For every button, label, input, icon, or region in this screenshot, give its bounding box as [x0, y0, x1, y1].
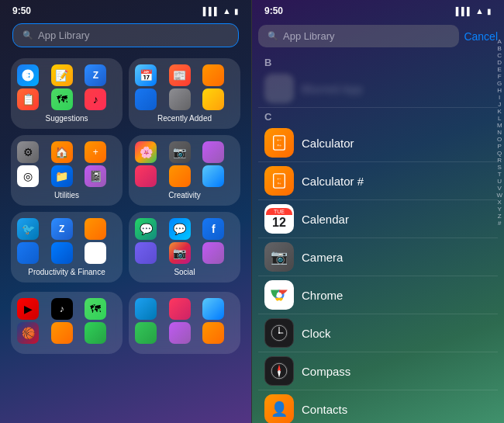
- alpha-s[interactable]: S: [496, 165, 502, 171]
- app-clips[interactable]: 📋: [17, 88, 39, 110]
- alpha-z[interactable]: Z: [496, 213, 502, 220]
- app-maps[interactable]: 🗺: [51, 88, 73, 110]
- app-instagram-s[interactable]: 📷: [169, 242, 191, 264]
- alpha-w[interactable]: W: [496, 192, 502, 199]
- list-item-chrome[interactable]: Chrome: [258, 276, 498, 314]
- app-facebook-s[interactable]: f: [202, 218, 224, 240]
- alpha-u[interactable]: U: [496, 179, 502, 185]
- alpha-v[interactable]: V: [496, 185, 502, 192]
- alpha-p[interactable]: P: [496, 144, 502, 150]
- alpha-y[interactable]: Y: [496, 206, 502, 213]
- alpha-j[interactable]: J: [496, 102, 502, 108]
- app-c3[interactable]: [202, 141, 224, 163]
- app-appstore[interactable]: [17, 64, 39, 86]
- time-right: 9:50: [264, 5, 283, 16]
- folder-social[interactable]: 💬 💬 f 📷 Social: [129, 212, 240, 283]
- list-item-contacts[interactable]: 👤 Contacts: [258, 390, 498, 423]
- svg-text:+−: +−: [277, 137, 281, 142]
- folder-bottom-right[interactable]: [129, 292, 240, 354]
- alpha-f[interactable]: F: [496, 74, 502, 80]
- alpha-k[interactable]: K: [496, 109, 502, 115]
- folder-creativity[interactable]: 🌸 📷 Creativity: [129, 135, 240, 206]
- app-home[interactable]: 🏠: [51, 141, 73, 163]
- app-p6[interactable]: [85, 242, 106, 264]
- list-item-camera[interactable]: 📷 Camera: [258, 238, 498, 276]
- app-twitter-p[interactable]: 🐦: [17, 218, 39, 240]
- app-maps-b[interactable]: 🗺: [85, 298, 106, 320]
- alphabet-index[interactable]: A B C D E F G H I J K L M N O P Q R S T …: [496, 39, 502, 227]
- app-p4[interactable]: [17, 242, 39, 264]
- app-c5[interactable]: [169, 165, 191, 187]
- app-br4[interactable]: [135, 322, 157, 344]
- app-b6[interactable]: [85, 322, 106, 344]
- app-p3[interactable]: [85, 218, 106, 240]
- app-calculator-u[interactable]: +: [85, 141, 106, 163]
- app-br2[interactable]: [169, 298, 191, 320]
- app-tiktok-b[interactable]: ♪: [51, 298, 73, 320]
- alpha-n[interactable]: N: [496, 130, 502, 136]
- search-bar-right[interactable]: 🔍 App Library: [258, 25, 459, 47]
- app-c6[interactable]: [202, 165, 224, 187]
- app-music[interactable]: ♪: [85, 88, 106, 110]
- app-fantastical[interactable]: 📅: [135, 64, 157, 86]
- folder-suggestions[interactable]: 📝 Z 📋 🗺 ♪ Suggestions: [11, 58, 123, 129]
- app-reeder[interactable]: 📰: [169, 64, 191, 86]
- app-r6[interactable]: [202, 88, 224, 110]
- app-journal-u[interactable]: 📓: [85, 165, 106, 187]
- alpha-c[interactable]: C: [496, 53, 502, 59]
- list-item-calculator[interactable]: +− ×÷ Calculator: [258, 124, 498, 162]
- app-messenger-s[interactable]: 💬: [169, 218, 191, 240]
- app-nba-b[interactable]: 🏀: [17, 322, 39, 344]
- app-zoom-p[interactable]: Z: [51, 218, 73, 240]
- alpha-q[interactable]: Q: [496, 151, 502, 157]
- app-chrome-u[interactable]: ◎: [17, 165, 39, 187]
- app-zoom[interactable]: Z: [85, 64, 106, 86]
- app-r3[interactable]: [202, 64, 224, 86]
- list-item-compass[interactable]: Compass: [258, 352, 498, 390]
- alpha-a[interactable]: A: [496, 39, 502, 45]
- list-item-clock[interactable]: Clock: [258, 314, 498, 352]
- app-settings[interactable]: ⚙: [17, 141, 39, 163]
- app-notes[interactable]: 📝: [51, 64, 73, 86]
- app-s4[interactable]: [135, 242, 157, 264]
- alpha-x[interactable]: X: [496, 199, 502, 206]
- app-br3[interactable]: [202, 298, 224, 320]
- folder-bottom-left[interactable]: ▶ ♪ 🗺 🏀: [11, 292, 123, 354]
- alpha-h[interactable]: H: [496, 88, 502, 94]
- alpha-i[interactable]: I: [496, 95, 502, 101]
- app-files-u[interactable]: 📁: [51, 165, 73, 187]
- alpha-e[interactable]: E: [496, 67, 502, 73]
- list-item-blurred[interactable]: Blurred App: [258, 70, 498, 108]
- app-br1[interactable]: [135, 298, 157, 320]
- app-youtube-b[interactable]: ▶: [17, 298, 39, 320]
- app-c4[interactable]: [135, 165, 157, 187]
- list-item-calendar[interactable]: TUE 12 Calendar: [258, 200, 498, 238]
- folder-utilities[interactable]: ⚙ 🏠 + ◎ 📁 📓 Utilities: [11, 135, 123, 206]
- alpha-o[interactable]: O: [496, 137, 502, 143]
- alpha-m[interactable]: M: [496, 123, 502, 129]
- folder-recently-added[interactable]: 📅 📰 Recently Added: [129, 58, 240, 129]
- svg-text:×÷: ×÷: [277, 143, 281, 147]
- folder-productivity[interactable]: 🐦 Z Productivity & Finance: [11, 212, 123, 283]
- svg-point-8: [277, 293, 282, 298]
- alpha-g[interactable]: G: [496, 81, 502, 87]
- app-s6[interactable]: [202, 242, 224, 264]
- alpha-r[interactable]: R: [496, 158, 502, 164]
- app-camera-c[interactable]: 📷: [169, 141, 191, 163]
- alpha-d[interactable]: D: [496, 60, 502, 66]
- app-whatsapp-s[interactable]: 💬: [135, 218, 157, 240]
- alpha-b[interactable]: B: [496, 46, 502, 52]
- app-photos-c[interactable]: 🌸: [135, 141, 157, 163]
- app-br5[interactable]: [169, 322, 191, 344]
- app-r4[interactable]: [135, 88, 157, 110]
- alpha-l[interactable]: L: [496, 116, 502, 122]
- cancel-button[interactable]: Cancel: [464, 30, 498, 43]
- alpha-hash[interactable]: #: [496, 220, 502, 227]
- alpha-t[interactable]: T: [496, 172, 502, 178]
- app-r5[interactable]: [169, 88, 191, 110]
- app-b5[interactable]: [51, 322, 73, 344]
- search-bar-left[interactable]: 🔍 App Library: [12, 23, 239, 47]
- app-br6[interactable]: [202, 322, 224, 344]
- list-item-calculator-hash[interactable]: +− ×÷ Calculator #: [258, 162, 498, 200]
- app-p5[interactable]: [51, 242, 73, 264]
